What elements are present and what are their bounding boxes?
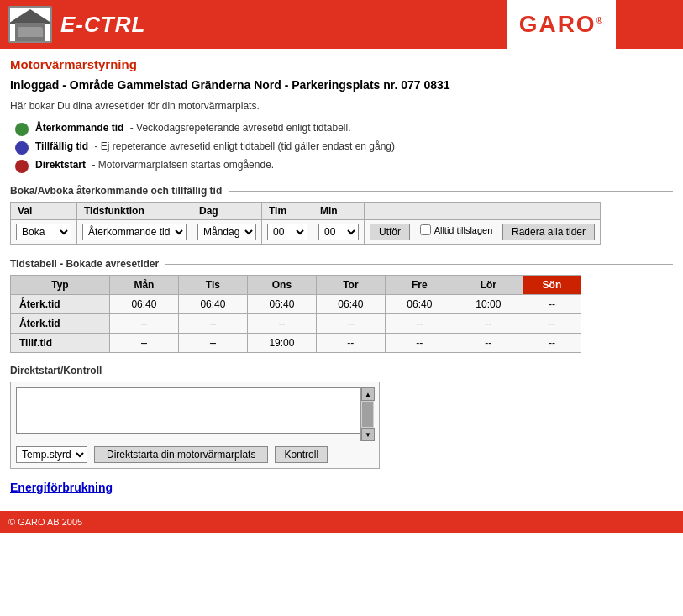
dag-select[interactable]: Måndag Tisdag Onsdag Torsdag Fredag Lörd… [197, 224, 256, 240]
bullet-label-1: Återkommande tid [35, 122, 123, 134]
bullet-dot-blue [15, 141, 29, 155]
scroll-thumb [362, 402, 373, 427]
direktstart-controls: Temp.styrd Tidsstyrd Direktstarta din mo… [16, 446, 374, 463]
th-man: Mån [109, 276, 178, 295]
tis-2: -- [178, 314, 247, 334]
tor-3: -- [316, 334, 385, 353]
col-tidsfunktion: Tidsfunktion [77, 203, 192, 220]
min-cell: 00 [313, 220, 365, 245]
bullet-label-2: Tillfällig tid [35, 140, 88, 152]
description: Här bokar Du dina avresetider för din mo… [10, 100, 673, 112]
val-select[interactable]: Boka Avboka [16, 224, 71, 240]
alltid-checkbox[interactable] [420, 224, 431, 235]
man-2: -- [109, 314, 178, 334]
logo-box: E-CTRL [0, 0, 154, 49]
fre-3: -- [385, 334, 454, 353]
tidsfunktion-cell: Återkommande tid Tillfällig tid [77, 220, 192, 245]
app-footer: © GARO AB 2005 [0, 511, 683, 533]
lor-2: -- [454, 314, 523, 334]
direktstarta-button[interactable]: Direktstarta din motorvärmarplats [94, 446, 268, 463]
page-title: Motorvärmarstyrning [10, 57, 673, 71]
scrollbar[interactable]: ▲ ▼ [360, 387, 374, 441]
table-row: Tillf.tid -- -- 19:00 -- -- -- -- [11, 334, 581, 353]
col-tim: Tim [262, 203, 313, 220]
fre-2: -- [385, 314, 454, 334]
ons-3: 19:00 [247, 334, 316, 353]
boka-table: Val Tidsfunktion Dag Tim Min Boka Avboka [10, 202, 601, 245]
boka-section-header: Boka/Avboka återkommande och tillfällig … [10, 185, 673, 197]
dag-cell: Måndag Tisdag Onsdag Torsdag Fredag Lörd… [192, 220, 262, 245]
log-textarea[interactable] [16, 387, 360, 434]
tidstabell-section: Tidstabell - Bokade avresetider Typ Mån … [10, 258, 673, 353]
son-3: -- [523, 334, 581, 353]
table-row: Återk.tid 06:40 06:40 06:40 06:40 06:40 … [11, 295, 581, 314]
man-1: 06:40 [109, 295, 178, 314]
header-right: GARO® [507, 0, 683, 49]
col-min: Min [313, 203, 365, 220]
th-lor: Lör [454, 276, 523, 295]
boka-section: Boka/Avboka återkommande och tillfällig … [10, 185, 673, 245]
bullet-desc-1: - Veckodagsrepeterande avresetid enligt … [130, 122, 351, 134]
tim-cell: 00 [262, 220, 313, 245]
bullet-item-3: Direktstart - Motorvärmarplatsen startas… [15, 159, 673, 173]
log-area: ▲ ▼ [16, 387, 374, 441]
bullet-text-2: Tillfällig tid - Ej repeterande avreseti… [35, 140, 395, 152]
bullet-dot-red [15, 160, 29, 173]
ons-1: 06:40 [247, 295, 316, 314]
min-select[interactable]: 00 [318, 224, 359, 240]
typ-1: Återk.tid [11, 295, 110, 314]
col-dag: Dag [192, 203, 262, 220]
radera-button[interactable]: Radera alla tider [502, 224, 595, 240]
bullet-item-2: Tillfällig tid - Ej repeterande avreseti… [15, 140, 673, 155]
bullet-item-1: Återkommande tid - Veckodagsrepeterande … [15, 122, 673, 136]
direktstart-box: ▲ ▼ Temp.styrd Tidsstyrd Direktstarta di… [10, 382, 380, 469]
fre-1: 06:40 [385, 295, 454, 314]
tis-3: -- [178, 334, 247, 353]
main-content: Motorvärmarstyrning Inloggad - Område Ga… [0, 49, 683, 511]
val-cell: Boka Avboka [11, 220, 77, 245]
son-1: -- [523, 295, 581, 314]
tidsfunktion-select[interactable]: Återkommande tid Tillfällig tid [82, 224, 187, 240]
direktstart-section: Direktstart/Kontroll ▲ ▼ Temp.styrd Tids… [10, 365, 673, 469]
th-son: Sön [523, 276, 581, 295]
house-icon [8, 6, 52, 43]
col-actions [365, 203, 601, 220]
scroll-down-btn[interactable]: ▼ [361, 428, 375, 441]
energy-link[interactable]: Energiförbrukning [10, 481, 673, 494]
bullet-desc-3: - Motorvärmarplatsen startas omgående. [92, 159, 274, 171]
th-typ: Typ [11, 276, 110, 295]
bullet-dot-green [15, 123, 29, 136]
tor-2: -- [316, 314, 385, 334]
garo-logo: GARO® [507, 0, 616, 49]
th-ons: Ons [247, 276, 316, 295]
son-2: -- [523, 314, 581, 334]
table-row: Återk.tid -- -- -- -- -- -- -- [11, 314, 581, 334]
utfor-button[interactable]: Utför [370, 224, 410, 240]
car-icon [18, 27, 43, 37]
footer-text: © GARO AB 2005 [8, 517, 82, 527]
temp-select[interactable]: Temp.styrd Tidsstyrd [16, 446, 87, 463]
scroll-up-btn[interactable]: ▲ [361, 387, 375, 401]
lor-3: -- [454, 334, 523, 353]
typ-2: Återk.tid [11, 314, 110, 334]
inloggad-line: Inloggad - Område Gammelstad Gränderna N… [10, 78, 673, 92]
direktstart-header: Direktstart/Kontroll [10, 365, 673, 376]
tis-1: 06:40 [178, 295, 247, 314]
th-fre: Fre [385, 276, 454, 295]
kontroll-button[interactable]: Kontroll [275, 446, 328, 463]
th-tor: Tor [316, 276, 385, 295]
garo-name: GARO® [519, 11, 604, 38]
app-name: E-CTRL [60, 12, 145, 38]
ons-2: -- [247, 314, 316, 334]
tim-select[interactable]: 00 [267, 224, 307, 240]
red-bar-end [616, 0, 683, 49]
bullet-desc-2: - Ej repeterande avresetid enligt tidtab… [94, 140, 395, 152]
col-val: Val [11, 203, 77, 220]
header-left: E-CTRL [0, 0, 154, 49]
bullet-list: Återkommande tid - Veckodagsrepeterande … [15, 122, 673, 173]
bullet-text-1: Återkommande tid - Veckodagsrepeterande … [35, 122, 351, 134]
th-tis: Tis [178, 276, 247, 295]
typ-3: Tillf.tid [11, 334, 110, 353]
house-body [15, 23, 45, 41]
tid-table: Typ Mån Tis Ons Tor Fre Lör Sön Återk.ti… [10, 275, 581, 353]
